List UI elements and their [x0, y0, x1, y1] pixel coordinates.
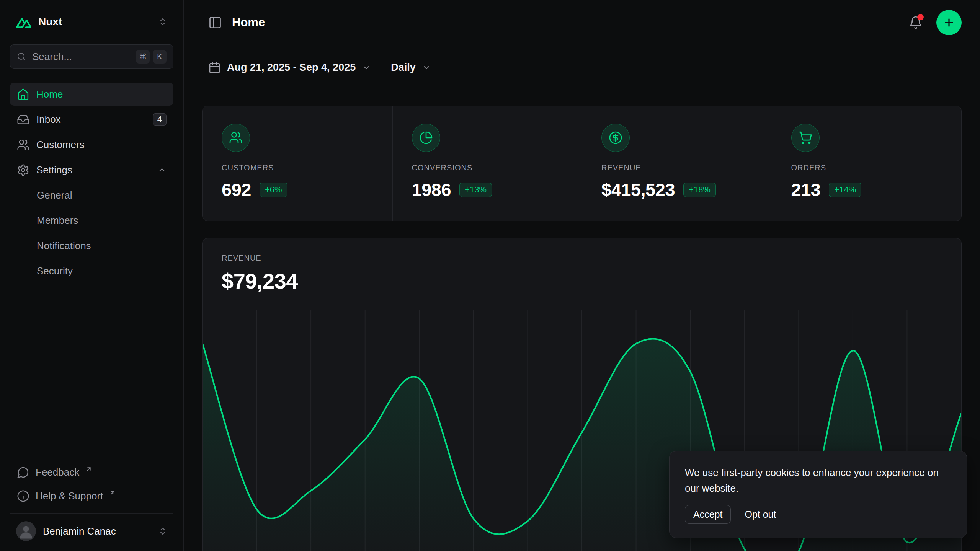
search-kbd-hints: ⌘ K	[136, 50, 167, 64]
external-link-icon	[85, 466, 92, 473]
revenue-chart-value: $79,234	[222, 269, 942, 293]
users-icon	[229, 131, 243, 145]
info-circle-icon	[17, 490, 29, 502]
granularity-label: Daily	[391, 62, 416, 73]
sidebar-toggle-button[interactable]	[208, 16, 222, 29]
date-range-label: Aug 21, 2025 - Sep 4, 2025	[227, 62, 356, 73]
filters-toolbar: Aug 21, 2025 - Sep 4, 2025 Daily	[184, 45, 980, 90]
sidebar-item-customers[interactable]: Customers	[10, 133, 173, 156]
stat-conversions[interactable]: CONVERSIONS 1986 +13%	[392, 106, 582, 221]
granularity-select[interactable]: Daily	[391, 62, 431, 73]
revenue-chart-label: REVENUE	[222, 254, 942, 262]
sidebar-item-settings-members[interactable]: Members	[10, 209, 173, 232]
header-actions	[909, 10, 962, 35]
stat-label: CUSTOMERS	[222, 163, 373, 172]
user-name: Benjamin Canac	[43, 525, 151, 537]
sidebar-item-settings-general[interactable]: General	[10, 184, 173, 207]
sidebar-item-inbox[interactable]: Inbox 4	[10, 108, 173, 131]
revenue-chart-header: REVENUE $79,234	[203, 238, 961, 293]
chevron-up-icon	[157, 165, 167, 174]
page-header: Home	[184, 0, 980, 45]
avatar	[16, 521, 36, 541]
avatar-image	[16, 521, 36, 541]
pie-chart-icon	[419, 131, 433, 145]
search-input[interactable]: Search... ⌘ K	[10, 44, 173, 69]
stat-icon-wrap	[222, 124, 250, 152]
panel-left-icon	[208, 16, 222, 29]
kbd-cmd: ⌘	[136, 50, 150, 64]
stats-row: CUSTOMERS 692 +6% CONVERSIONS 1986	[202, 106, 962, 221]
plus-icon	[943, 16, 955, 29]
sidebar-subitem-label: Security	[37, 265, 73, 277]
chevron-down-icon	[422, 63, 431, 72]
stat-label: REVENUE	[601, 163, 753, 172]
footer-item-label: Feedback	[36, 466, 79, 478]
stat-label: ORDERS	[791, 163, 942, 172]
stat-value: 692	[222, 179, 251, 200]
cookie-message: We use first-party cookies to enhance yo…	[685, 465, 951, 496]
gear-icon	[17, 164, 29, 176]
user-menu[interactable]: Benjamin Canac	[10, 513, 173, 544]
stat-delta-badge: +13%	[459, 183, 492, 197]
search-placeholder: Search...	[32, 51, 130, 63]
sidebar-item-settings[interactable]: Settings	[10, 158, 173, 181]
sidebar-spacer	[10, 282, 173, 461]
stat-delta-badge: +14%	[829, 183, 861, 197]
calendar-icon	[208, 61, 221, 74]
stat-delta-badge: +6%	[260, 183, 287, 197]
workspace-selector[interactable]: Nuxt	[10, 8, 173, 35]
cookie-banner: We use first-party cookies to enhance yo…	[669, 451, 967, 538]
sidebar-item-settings-security[interactable]: Security	[10, 259, 173, 282]
date-range-picker[interactable]: Aug 21, 2025 - Sep 4, 2025	[208, 61, 371, 74]
chevrons-up-down-icon	[158, 527, 167, 536]
stat-customers[interactable]: CUSTOMERS 692 +6%	[203, 106, 392, 221]
chat-bubble-icon	[17, 466, 29, 479]
sidebar-item-label: Home	[36, 88, 63, 100]
cookie-optout-button[interactable]: Opt out	[745, 505, 776, 524]
stat-delta-badge: +18%	[683, 183, 716, 197]
stat-icon-wrap	[412, 124, 440, 152]
inbox-icon	[17, 113, 29, 126]
home-icon	[17, 88, 29, 101]
sidebar-item-label: Customers	[36, 139, 85, 151]
stat-revenue[interactable]: REVENUE $415,523 +18%	[582, 106, 772, 221]
stat-label: CONVERSIONS	[412, 163, 563, 172]
shopping-cart-icon	[799, 131, 812, 145]
feedback-link[interactable]: Feedback	[10, 461, 173, 483]
nuxt-logo-icon	[16, 14, 31, 29]
notifications-button[interactable]	[909, 16, 923, 29]
cookie-accept-button[interactable]: Accept	[685, 505, 731, 524]
cookie-actions: Accept Opt out	[685, 505, 951, 524]
kbd-k: K	[153, 50, 167, 64]
stat-value: 213	[791, 179, 821, 200]
inbox-count-badge: 4	[153, 113, 167, 126]
external-link-icon	[109, 489, 116, 496]
chevrons-up-down-icon	[158, 17, 167, 26]
sidebar: Nuxt Search... ⌘ K Home	[0, 0, 184, 551]
footer-item-label: Help & Support	[36, 490, 103, 502]
sidebar-item-settings-notifications[interactable]: Notifications	[10, 234, 173, 257]
workspace-name: Nuxt	[38, 16, 151, 28]
add-button[interactable]	[936, 10, 962, 35]
search-icon	[17, 52, 26, 61]
sidebar-item-label: Settings	[36, 164, 72, 176]
stat-icon-wrap	[791, 124, 820, 152]
stat-value: $415,523	[601, 179, 675, 200]
notification-dot	[917, 14, 924, 20]
chevron-down-icon	[362, 63, 371, 72]
sidebar-subitem-label: Members	[37, 215, 78, 227]
stat-value: 1986	[412, 179, 451, 200]
page-title: Home	[232, 16, 265, 29]
sidebar-footer: Feedback Help & Support	[10, 461, 173, 507]
sidebar-nav: Home Inbox 4 Customers	[10, 83, 173, 282]
stat-orders[interactable]: ORDERS 213 +14%	[772, 106, 962, 221]
circle-dollar-icon	[609, 131, 622, 145]
sidebar-item-label: Inbox	[36, 114, 61, 126]
sidebar-subitem-label: Notifications	[37, 240, 91, 252]
stat-icon-wrap	[601, 124, 630, 152]
help-support-link[interactable]: Help & Support	[10, 485, 173, 507]
users-icon	[17, 139, 29, 151]
sidebar-subitem-label: General	[37, 189, 72, 201]
sidebar-item-home[interactable]: Home	[10, 83, 173, 106]
